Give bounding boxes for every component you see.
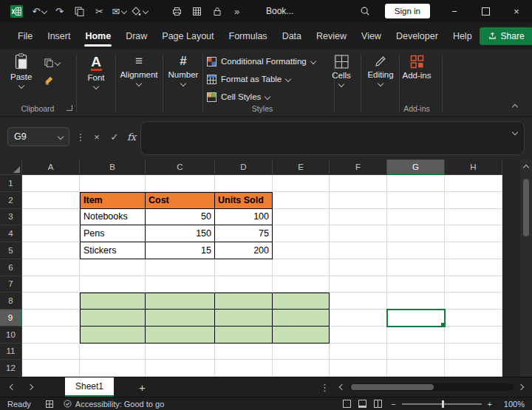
cell-C4[interactable]: 150: [146, 225, 215, 242]
row-header-9[interactable]: 9: [0, 310, 22, 327]
paste-button[interactable]: Paste: [10, 53, 32, 88]
cell-B2[interactable]: Item: [80, 192, 146, 209]
cell-D7[interactable]: [215, 276, 273, 293]
sign-in-button[interactable]: Sign in: [385, 4, 430, 18]
addins-button[interactable]: Add-ins: [400, 55, 433, 80]
cell-H4[interactable]: [445, 225, 502, 242]
column-header-D[interactable]: D: [215, 160, 273, 175]
cell-A5[interactable]: [22, 242, 80, 259]
cell-C2[interactable]: Cost: [146, 192, 215, 209]
tab-page-layout[interactable]: Page Layout: [154, 22, 221, 49]
cell-C1[interactable]: [146, 175, 215, 192]
tab-draw[interactable]: Draw: [118, 22, 154, 49]
column-header-H[interactable]: H: [445, 160, 502, 175]
cell-G10[interactable]: [387, 327, 445, 344]
conditional-formatting-button[interactable]: Conditional Formatting: [207, 54, 331, 69]
cell-B3[interactable]: Notebooks: [80, 209, 146, 226]
cell-E10[interactable]: [273, 327, 330, 344]
paste-dropdown-icon[interactable]: [18, 83, 24, 89]
accessibility-status[interactable]: Accessibility: Good to go: [75, 400, 164, 409]
cell-C7[interactable]: [146, 276, 215, 293]
macro-record-icon[interactable]: [46, 400, 53, 408]
cell-G2[interactable]: [387, 192, 445, 209]
cell-F4[interactable]: [330, 225, 387, 242]
column-header-C[interactable]: C: [146, 160, 215, 175]
cut-button[interactable]: ✂: [89, 0, 109, 22]
number-group-button[interactable]: # Number: [166, 55, 201, 86]
paint-bucket-button[interactable]: [129, 0, 149, 22]
select-all-corner[interactable]: [0, 160, 22, 175]
cell-F10[interactable]: [330, 327, 387, 344]
cell-H8[interactable]: [445, 293, 502, 310]
formula-input[interactable]: [140, 121, 525, 155]
tabbar-dots-icon[interactable]: ⋮: [320, 382, 330, 393]
cells-group-button[interactable]: Cells: [327, 55, 356, 86]
format-as-table-dropdown-icon[interactable]: [285, 76, 291, 82]
cell-D6[interactable]: [215, 259, 273, 276]
mail-button[interactable]: ✉: [109, 0, 129, 22]
conditional-formatting-dropdown-icon[interactable]: [310, 58, 316, 64]
editing-dropdown-icon[interactable]: [378, 81, 383, 86]
cell-G12[interactable]: [387, 360, 445, 377]
cell-G6[interactable]: [387, 259, 445, 276]
cell-B7[interactable]: [80, 276, 146, 293]
cell-H1[interactable]: [445, 175, 502, 192]
cell-A8[interactable]: [22, 293, 80, 310]
copy-small-button[interactable]: [44, 58, 60, 67]
alignment-group-button[interactable]: ≡ Alignment: [118, 55, 160, 86]
cell-E4[interactable]: [273, 225, 330, 242]
row-header-11[interactable]: 11: [0, 344, 22, 361]
sheet-tab-sheet1[interactable]: Sheet1: [65, 377, 114, 397]
cell-C11[interactable]: [146, 344, 215, 361]
scroll-left-button[interactable]: [339, 384, 345, 390]
cell-E11[interactable]: [273, 344, 330, 361]
cell-D10[interactable]: [215, 327, 273, 344]
cell-B6[interactable]: [80, 259, 146, 276]
next-sheet-button[interactable]: [27, 384, 33, 390]
cell-styles-button[interactable]: Cell Styles: [207, 89, 331, 104]
cell-B11[interactable]: [80, 344, 146, 361]
row-header-10[interactable]: 10: [0, 327, 22, 344]
close-button[interactable]: ×: [501, 0, 532, 22]
tab-insert[interactable]: Insert: [40, 22, 78, 49]
horizontal-scrollbar[interactable]: [349, 383, 514, 391]
cell-D11[interactable]: [215, 344, 273, 361]
zoom-in-button[interactable]: +: [488, 400, 492, 409]
cell-D9[interactable]: [215, 310, 273, 327]
tab-review[interactable]: Review: [309, 22, 354, 49]
lock-button[interactable]: [207, 0, 227, 22]
cell-F2[interactable]: [330, 192, 387, 209]
tab-view[interactable]: View: [354, 22, 389, 49]
zoom-slider-thumb[interactable]: [442, 400, 444, 408]
column-header-F[interactable]: F: [330, 160, 387, 175]
zoom-out-button[interactable]: −: [391, 400, 395, 409]
row-header-5[interactable]: 5: [0, 242, 22, 259]
cell-D12[interactable]: [215, 360, 273, 377]
cell-F3[interactable]: [330, 209, 387, 226]
cell-G3[interactable]: [387, 209, 445, 226]
format-painter-button[interactable]: [44, 75, 60, 85]
table-button[interactable]: [187, 0, 207, 22]
horizontal-scrollbar-thumb[interactable]: [351, 384, 434, 390]
cell-F8[interactable]: [330, 293, 387, 310]
column-header-B[interactable]: B: [80, 160, 146, 175]
cell-B10[interactable]: [80, 327, 146, 344]
undo-dropdown-icon[interactable]: [41, 8, 47, 14]
cell-A9[interactable]: [22, 310, 80, 327]
cancel-button[interactable]: ×: [89, 127, 105, 146]
tab-developer[interactable]: Developer: [389, 22, 446, 49]
name-box[interactable]: G9: [7, 127, 69, 146]
printer-button[interactable]: [167, 0, 187, 22]
vertical-scrollbar[interactable]: [520, 160, 532, 377]
cell-H2[interactable]: [445, 192, 502, 209]
insert-function-button[interactable]: fx: [124, 127, 139, 146]
cell-G7[interactable]: [387, 276, 445, 293]
scroll-up-icon[interactable]: [523, 165, 529, 171]
column-header-G[interactable]: G: [387, 160, 445, 175]
cell-G4[interactable]: [387, 225, 445, 242]
cell-H7[interactable]: [445, 276, 502, 293]
cell-F7[interactable]: [330, 276, 387, 293]
scroll-right-button[interactable]: [518, 384, 524, 390]
format-as-table-button[interactable]: Format as Table: [207, 72, 331, 86]
cell-A11[interactable]: [22, 344, 80, 361]
